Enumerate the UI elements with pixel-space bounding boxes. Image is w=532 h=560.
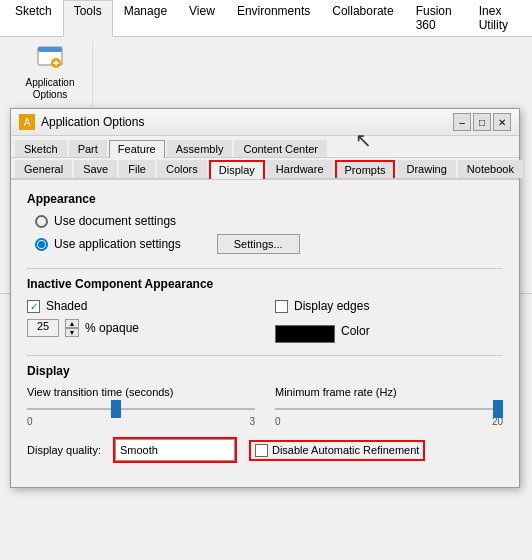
tab-sketch[interactable]: Sketch <box>15 140 67 157</box>
tab-sketch[interactable]: Sketch <box>4 0 63 36</box>
tab-content-center[interactable]: Content Center <box>234 140 327 157</box>
opacity-spinner: ▲ ▼ <box>65 319 79 337</box>
dialog-icon: A <box>19 114 35 130</box>
radio-doc-label: Use document settings <box>54 214 176 228</box>
tab-view[interactable]: View <box>178 0 226 36</box>
tab-file[interactable]: File <box>119 160 155 178</box>
inactive-section: Inactive Component Appearance ✓ Shaded 2… <box>27 277 503 343</box>
tab-feature[interactable]: Feature <box>109 140 165 158</box>
sliders-row: View transition time (seconds) 0 3 Minim… <box>27 386 503 427</box>
top-tab-row: Sketch Part Feature Assembly Content Cen… <box>11 136 519 158</box>
quality-row: Display quality: Smooth Medium Fast Disa… <box>27 437 503 463</box>
radio-app-label: Use application settings <box>54 237 181 251</box>
opacity-unit-label: % opaque <box>85 321 139 335</box>
slider1-max: 3 <box>249 416 255 427</box>
settings-button[interactable]: Settings... <box>217 234 300 254</box>
inactive-left-col: ✓ Shaded 25 ▲ ▼ % opaque <box>27 299 255 337</box>
tab-hardware[interactable]: Hardware <box>267 160 333 178</box>
tab-save[interactable]: Save <box>74 160 117 178</box>
tab-part[interactable]: Part <box>69 140 107 157</box>
app-options-button[interactable]: ApplicationOptions <box>22 41 79 103</box>
display-edges-row: Display edges <box>275 299 503 313</box>
inactive-title: Inactive Component Appearance <box>27 277 503 291</box>
display-edges-label: Display edges <box>294 299 369 313</box>
slider2-track[interactable] <box>275 402 503 416</box>
tab-assembly[interactable]: Assembly <box>167 140 233 157</box>
divider1 <box>27 268 503 269</box>
tab-collaborate[interactable]: Collaborate <box>321 0 404 36</box>
slider2-thumb[interactable] <box>493 400 503 418</box>
dialog-titlebar: A Application Options – □ ✕ <box>11 109 519 136</box>
dialog-content: Appearance Use document settings Use app… <box>11 180 519 487</box>
radio-app-settings[interactable]: Use application settings Settings... <box>35 234 503 254</box>
disable-refinement-label: Disable Automatic Refinement <box>272 444 419 456</box>
slider2-min: 0 <box>275 416 281 427</box>
slider2-col: Minimum frame rate (Hz) 0 20 <box>275 386 503 427</box>
tab-prompts[interactable]: Prompts <box>335 160 396 178</box>
divider2 <box>27 355 503 356</box>
tab-fusion360[interactable]: Fusion 360 <box>405 0 468 36</box>
maximize-button[interactable]: □ <box>473 113 491 131</box>
disable-refinement-wrapper: Disable Automatic Refinement <box>249 440 425 461</box>
color-row: Color <box>275 319 503 343</box>
close-button[interactable]: ✕ <box>493 113 511 131</box>
tab-tools[interactable]: Tools <box>63 0 113 37</box>
tab-colors[interactable]: Colors <box>157 160 207 178</box>
display-section: Display View transition time (seconds) 0… <box>27 364 503 463</box>
tab-notebook[interactable]: Notebook <box>458 160 523 178</box>
inactive-right-col: Display edges Color <box>275 299 503 343</box>
shaded-label: Shaded <box>46 299 87 313</box>
appearance-section: Appearance Use document settings Use app… <box>27 192 503 254</box>
color-swatch[interactable] <box>275 325 335 343</box>
radio-doc-icon <box>35 215 48 228</box>
tab-drawing[interactable]: Drawing <box>397 160 455 178</box>
opacity-up-button[interactable]: ▲ <box>65 319 79 328</box>
appearance-radio-group: Use document settings Use application se… <box>35 214 503 254</box>
tab-general[interactable]: General <box>15 160 72 178</box>
quality-label: Display quality: <box>27 444 101 456</box>
dialog-title-text: Application Options <box>41 115 144 129</box>
display-edges-checkbox[interactable] <box>275 300 288 313</box>
slider1-col: View transition time (seconds) 0 3 <box>27 386 255 427</box>
radio-app-icon <box>35 238 48 251</box>
opacity-input[interactable]: 25 <box>27 319 59 337</box>
quality-select-wrapper: Smooth Medium Fast <box>113 437 237 463</box>
slider1-track[interactable] <box>27 402 255 416</box>
appearance-title: Appearance <box>27 192 503 206</box>
dialog-title: A Application Options <box>19 114 144 130</box>
application-options-dialog: A Application Options – □ ✕ Sketch Part … <box>10 108 520 488</box>
slider1-label: View transition time (seconds) <box>27 386 255 398</box>
slider1-line <box>27 408 255 410</box>
dialog-window-controls: – □ ✕ <box>453 113 511 131</box>
slider2-values: 0 20 <box>275 416 503 427</box>
tab-inex[interactable]: Inex Utility <box>468 0 528 36</box>
ribbon-tab-bar: Sketch Tools Manage View Environments Co… <box>0 0 532 37</box>
quality-select[interactable]: Smooth Medium Fast <box>115 439 235 461</box>
disable-refinement-checkbox[interactable] <box>255 444 268 457</box>
opacity-row: 25 ▲ ▼ % opaque <box>27 319 255 337</box>
slider2-label: Minimum frame rate (Hz) <box>275 386 503 398</box>
slider1-values: 0 3 <box>27 416 255 427</box>
app-options-icon <box>34 43 66 75</box>
app-options-label: ApplicationOptions <box>26 77 75 101</box>
bottom-tab-row: General Save File Colors Display Hardwar… <box>11 158 519 180</box>
tab-display[interactable]: Display <box>209 160 265 179</box>
slider1-thumb[interactable] <box>111 400 121 418</box>
display-title: Display <box>27 364 503 378</box>
slider2-line <box>275 408 503 410</box>
svg-rect-1 <box>38 47 62 52</box>
minimize-button[interactable]: – <box>453 113 471 131</box>
inactive-columns: ✓ Shaded 25 ▲ ▼ % opaque <box>27 299 503 343</box>
radio-app-dot <box>38 241 45 248</box>
shaded-row: ✓ Shaded <box>27 299 255 313</box>
color-label: Color <box>341 324 370 338</box>
tab-environments[interactable]: Environments <box>226 0 321 36</box>
tab-manage[interactable]: Manage <box>113 0 178 36</box>
opacity-down-button[interactable]: ▼ <box>65 328 79 337</box>
slider1-min: 0 <box>27 416 33 427</box>
shaded-checkbox[interactable]: ✓ <box>27 300 40 313</box>
radio-doc-settings[interactable]: Use document settings <box>35 214 503 228</box>
